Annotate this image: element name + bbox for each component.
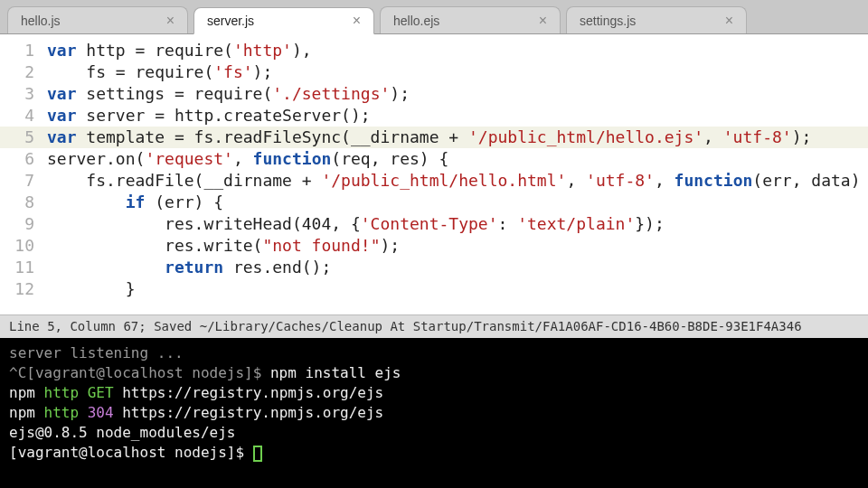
- line-number: 12: [0, 278, 47, 300]
- close-icon[interactable]: ×: [725, 14, 733, 28]
- code-line: var settings = require('./settings');: [47, 83, 410, 105]
- tab-server-js[interactable]: server.js ×: [193, 7, 374, 34]
- code-line: server.on('request', function(req, res) …: [47, 148, 448, 170]
- tab-label: hello.ejs: [393, 14, 439, 28]
- code-editor[interactable]: 1var http = require('http'), 2 fs = requ…: [0, 34, 868, 314]
- terminal-line: npm http 304 https://registry.npmjs.org/…: [9, 403, 859, 423]
- tab-hello-js[interactable]: hello.js ×: [7, 6, 188, 33]
- line-number: 7: [0, 170, 47, 192]
- tab-bar: hello.js × server.js × hello.ejs × setti…: [0, 0, 868, 34]
- terminal-line: ^C[vagrant@localhost nodejs]$ npm instal…: [9, 363, 859, 383]
- cursor-icon: [253, 446, 262, 462]
- code-line: }: [47, 278, 136, 300]
- tab-label: settings.js: [580, 14, 636, 28]
- line-number: 2: [0, 61, 47, 83]
- code-line: return res.end();: [47, 257, 331, 278]
- terminal-line: server listening ...: [9, 343, 859, 363]
- tab-label: server.js: [207, 14, 254, 28]
- terminal-line: npm http GET https://registry.npmjs.org/…: [9, 383, 859, 403]
- tab-hello-ejs[interactable]: hello.ejs ×: [380, 6, 561, 33]
- code-line: fs.readFile(__dirname + '/public_html/he…: [47, 170, 868, 192]
- line-number: 9: [0, 213, 47, 235]
- line-number: 1: [0, 40, 47, 61]
- line-number: 11: [0, 257, 47, 278]
- close-icon[interactable]: ×: [166, 14, 175, 28]
- code-line: fs = require('fs');: [47, 61, 272, 83]
- close-icon[interactable]: ×: [353, 14, 361, 28]
- code-line: var http = require('http'),: [47, 40, 312, 61]
- terminal-line: ejs@0.8.5 node_modules/ejs: [9, 423, 859, 443]
- line-number: 8: [0, 192, 47, 213]
- line-number: 6: [0, 148, 47, 170]
- line-number: 5: [0, 127, 47, 148]
- status-bar: Line 5, Column 67; Saved ~/Library/Cache…: [0, 314, 868, 338]
- code-line: var template = fs.readFileSync(__dirname…: [47, 127, 811, 148]
- code-line: var server = http.createServer();: [47, 105, 371, 127]
- code-line: res.writeHead(404, {'Content-Type': 'tex…: [47, 213, 665, 235]
- close-icon[interactable]: ×: [539, 14, 547, 28]
- tab-settings-js[interactable]: settings.js ×: [566, 6, 747, 33]
- code-line: res.write("not found!");: [47, 235, 400, 257]
- code-line: if (err) {: [47, 192, 223, 213]
- terminal-line: [vagrant@localhost nodejs]$: [9, 443, 859, 463]
- line-number: 10: [0, 235, 47, 257]
- terminal[interactable]: server listening ... ^C[vagrant@localhos…: [0, 338, 868, 488]
- line-number: 3: [0, 83, 47, 105]
- tab-label: hello.js: [21, 14, 61, 28]
- line-number: 4: [0, 105, 47, 127]
